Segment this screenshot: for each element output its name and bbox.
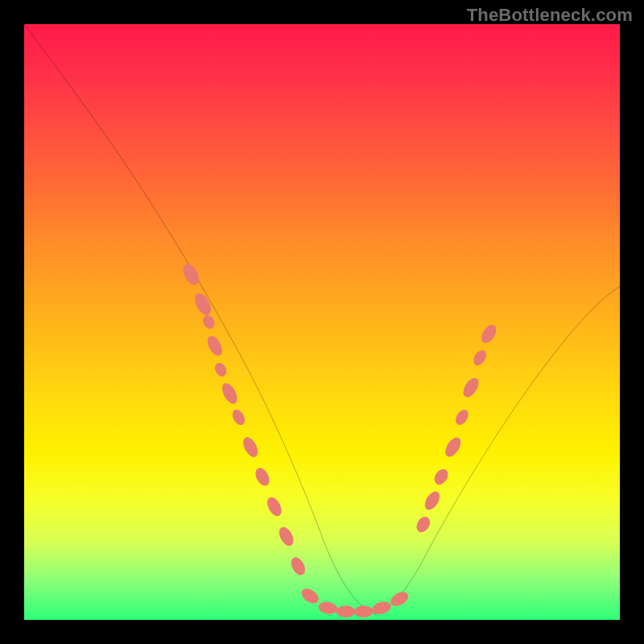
- svg-point-5: [219, 381, 240, 407]
- chart-svg: [24, 24, 620, 620]
- svg-point-1: [192, 291, 214, 318]
- svg-point-14: [336, 605, 356, 617]
- svg-point-9: [264, 495, 284, 518]
- dot-cluster-bottom: [299, 586, 411, 617]
- svg-point-19: [422, 489, 443, 512]
- svg-point-12: [299, 586, 321, 607]
- svg-point-8: [253, 465, 272, 488]
- svg-point-23: [460, 375, 482, 399]
- svg-point-7: [240, 435, 261, 459]
- svg-point-2: [200, 313, 217, 331]
- svg-point-17: [388, 589, 411, 609]
- bottleneck-curve: [24, 24, 620, 614]
- svg-point-11: [288, 555, 308, 577]
- svg-point-25: [478, 322, 499, 345]
- dot-cluster-right: [414, 322, 499, 535]
- svg-point-10: [276, 525, 296, 548]
- plot-area: [24, 24, 620, 620]
- dot-cluster-left: [180, 262, 308, 578]
- svg-point-21: [442, 435, 464, 459]
- svg-point-13: [317, 601, 338, 616]
- svg-point-0: [180, 262, 202, 287]
- svg-point-18: [414, 514, 433, 535]
- watermark-text: TheBottleneck.com: [467, 5, 633, 26]
- chart-frame: TheBottleneck.com: [0, 0, 644, 644]
- svg-point-4: [213, 361, 229, 378]
- svg-point-20: [431, 467, 451, 487]
- svg-point-3: [204, 333, 225, 357]
- svg-point-6: [230, 407, 247, 427]
- svg-point-22: [453, 407, 471, 427]
- svg-point-15: [354, 605, 374, 617]
- svg-point-16: [371, 600, 393, 616]
- svg-point-24: [471, 348, 489, 368]
